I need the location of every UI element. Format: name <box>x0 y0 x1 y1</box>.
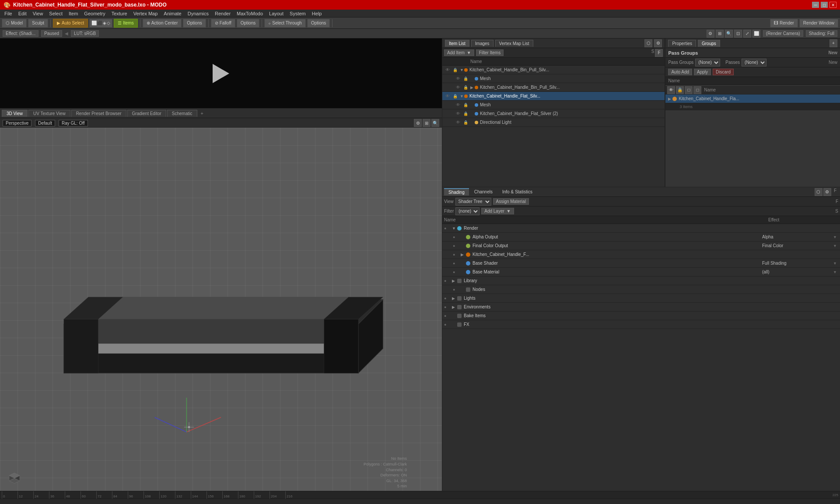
item-list-settings-icon[interactable]: ⚙ <box>654 39 662 47</box>
model-button[interactable]: ⬡ Model <box>2 19 27 28</box>
paused-button[interactable]: Paused <box>41 30 62 37</box>
menu-help[interactable]: Help <box>309 10 325 17</box>
shader-tree-select[interactable]: Shader Tree <box>455 198 491 206</box>
minimize-button[interactable]: ─ <box>812 2 819 8</box>
auto-select-button[interactable]: ▶ Auto Select <box>53 19 88 28</box>
tree-arrow[interactable]: ▼ <box>452 226 456 231</box>
effect-button[interactable]: Effect: (Shadi... <box>3 30 38 37</box>
tree-item[interactable]: 👁 🔒 Mesh <box>442 74 665 83</box>
shading-item-nodes[interactable]: ● Nodes <box>442 285 840 294</box>
tab-3d-view[interactable]: 3D View <box>2 110 28 117</box>
perspective-label[interactable]: Perspective <box>3 120 32 126</box>
orientation-cube[interactable] <box>7 469 22 484</box>
lock-icon[interactable]: 🔒 <box>462 77 469 81</box>
tab-properties[interactable]: Properties <box>668 40 696 47</box>
pass-groups-new-btn[interactable]: New <box>829 60 837 65</box>
play-button[interactable] <box>210 63 232 84</box>
eye-icon[interactable]: 👁 <box>455 111 462 116</box>
groups-lock-icon[interactable]: 🔒 <box>676 86 684 94</box>
group-item[interactable]: ▶ Kitchen_Cabinet_Handle_Fla... <box>665 94 840 103</box>
tree-item[interactable]: 👁 🔒 Directional Light <box>442 118 665 127</box>
shading-item-base-shader[interactable]: ● Base Shader Full Shading ▼ <box>442 259 840 268</box>
expand-icon[interactable]: ⤢ <box>743 30 751 38</box>
items-button[interactable]: ☰ Items <box>114 19 137 28</box>
render-camera-button[interactable]: (Render Camera) <box>763 30 803 37</box>
action-center-button[interactable]: ⊕ Action Center <box>143 19 182 28</box>
eye-icon[interactable]: 👁 <box>455 76 462 81</box>
shading-item-alpha[interactable]: ● Alpha Output Alpha ▼ <box>442 233 840 242</box>
tab-render-preset[interactable]: Render Preset Browser <box>71 110 126 117</box>
base-shader-dropdown[interactable]: ▼ <box>833 261 838 266</box>
tree-expand-arrow[interactable]: ▼ <box>460 68 464 72</box>
lock-icon[interactable]: 🔒 <box>462 85 469 90</box>
close-button[interactable]: ✕ <box>830 2 836 8</box>
shading-item-fx[interactable]: ● FX <box>442 320 840 329</box>
render-window-button[interactable]: Render Window <box>799 19 838 28</box>
shading-item-render[interactable]: ● ▼ Render <box>442 224 840 233</box>
group-arrow[interactable]: ▶ <box>668 97 672 101</box>
tree-expand-arrow[interactable]: ▼ <box>460 94 464 98</box>
lock-icon[interactable]: 🔒 <box>462 103 469 107</box>
sculpt-button[interactable]: Sculpt <box>28 19 48 28</box>
tree-arrow[interactable]: ▶ <box>452 279 456 283</box>
shading-tree[interactable]: Name Effect ● ▼ Render ● Alpha Output <box>442 216 840 491</box>
tree-item[interactable]: 👁 🔒 ▶ Kitchen_Cabinet_Handle_Bin_Pull_Si… <box>442 83 665 92</box>
shading-item-bake[interactable]: ● Bake Items <box>442 312 840 320</box>
pass-groups-select[interactable]: (None) <box>695 59 720 66</box>
menu-item[interactable]: Item <box>66 10 80 17</box>
eye-icon[interactable]: 👁 <box>455 120 462 125</box>
eye-icon[interactable]: 👁 <box>455 102 462 107</box>
tree-arrow[interactable]: ▶ <box>452 305 456 309</box>
options-button-1[interactable]: Options <box>183 19 206 28</box>
tree-item[interactable]: 👁 🔒 ▼ Kitchen_Cabinet_Handle_Flat_Silv..… <box>442 92 665 101</box>
fit-icon[interactable]: ⊡ <box>734 30 742 38</box>
menu-texture[interactable]: Texture <box>109 10 130 17</box>
menu-maxtomodo[interactable]: MaxToModo <box>234 10 266 17</box>
options-button-2[interactable]: Options <box>237 19 259 28</box>
tab-gradient-editor[interactable]: Gradient Editor <box>127 110 166 117</box>
add-layer-button[interactable]: Add Layer ▼ <box>481 208 514 214</box>
menu-view[interactable]: View <box>30 10 46 17</box>
maximize-button[interactable]: □ <box>821 2 828 8</box>
lut-button[interactable]: LUT: sRGB <box>71 30 99 37</box>
shading-label[interactable]: Default <box>35 120 55 126</box>
tab-vertex-map-list[interactable]: Vertex Map List <box>495 40 533 47</box>
discard-button[interactable]: Discard <box>713 69 734 75</box>
alpha-dropdown-icon[interactable]: ▼ <box>833 235 838 239</box>
shading-button[interactable]: Shading: Full <box>806 30 837 37</box>
maximize-view-icon[interactable]: ⬜ <box>752 30 760 38</box>
falloff-button[interactable]: ⊘ Falloff <box>211 19 235 28</box>
tree-expand-arrow[interactable]: ▶ <box>470 85 475 90</box>
viewport-settings-icon[interactable]: ⚙ <box>414 119 422 127</box>
tab-schematic[interactable]: Schematic <box>167 110 197 117</box>
select-through-button[interactable]: ⬦ Select Through <box>264 19 306 28</box>
auto-add-button[interactable]: Auto Add <box>668 69 692 75</box>
viewport-search-icon[interactable]: 🔍 <box>431 119 439 127</box>
menu-edit[interactable]: Edit <box>16 10 29 17</box>
grid-icon[interactable]: ⊞ <box>716 30 724 38</box>
menu-file[interactable]: File <box>2 10 15 17</box>
tab-groups[interactable]: Groups <box>698 40 720 47</box>
item-list-expand-icon[interactable]: ⬡ <box>644 39 652 47</box>
tab-shading[interactable]: Shading <box>444 188 469 196</box>
viewport-grid-icon[interactable]: ⊞ <box>423 119 430 127</box>
lock-icon[interactable]: 🔒 <box>462 120 469 125</box>
apply-button[interactable]: Apply <box>694 69 711 75</box>
shading-expand-icon[interactable]: ⬡ <box>815 188 822 196</box>
menu-select[interactable]: Select <box>46 10 65 17</box>
tab-channels[interactable]: Channels <box>470 189 497 195</box>
add-item-button[interactable]: Add Item ▼ <box>444 49 474 56</box>
lock-icon[interactable]: 🔒 <box>462 112 469 116</box>
tab-info-stats[interactable]: Info & Statistics <box>498 189 537 195</box>
timeline-ruler[interactable]: 0 12 24 36 48 60 72 84 96 108 120 132 14… <box>0 491 840 499</box>
search-icon[interactable]: 🔍 <box>725 30 733 38</box>
menu-render[interactable]: Render <box>212 10 233 17</box>
options-button-3[interactable]: Options <box>307 19 330 28</box>
tree-item[interactable]: 👁 🔒 Kitchen_Cabinet_Handle_Flat_Silver (… <box>442 109 665 118</box>
tree-item[interactable]: 👁 🔒 ▼ Kitchen_Cabinet_Handle_Bin_Pull_Si… <box>442 66 665 74</box>
shading-item-library[interactable]: ● ▶ Library <box>442 276 840 285</box>
final-color-dropdown[interactable]: ▼ <box>833 244 838 248</box>
item-list-tree[interactable]: 👁 🔒 ▼ Kitchen_Cabinet_Handle_Bin_Pull_Si… <box>442 66 665 187</box>
tree-arrow[interactable]: ▶ <box>452 296 456 301</box>
base-material-dropdown[interactable]: ▼ <box>833 270 838 274</box>
